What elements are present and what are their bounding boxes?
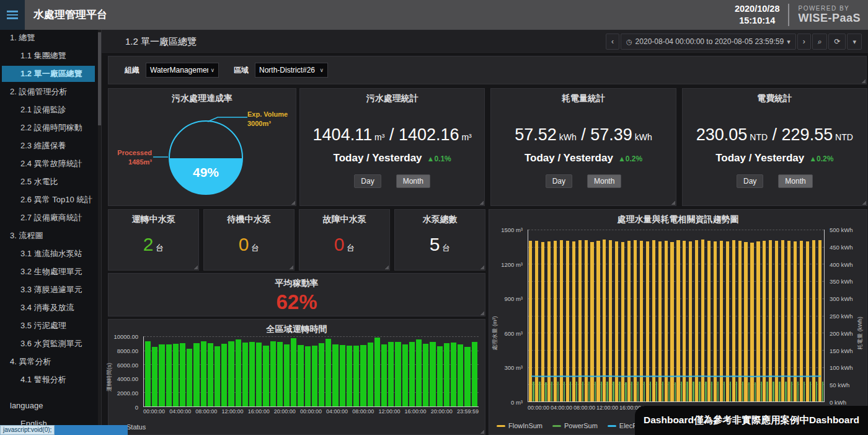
sidebar: 1. 總覽1.1 集團總覽1.2 單一廠區總覽2. 設備管理分析2.1 設備監診… xyxy=(0,30,102,435)
chevron-down-icon: ∨ xyxy=(319,67,324,73)
delta-badge: ▲0.1% xyxy=(427,155,451,163)
sidebar-item[interactable]: 1.2 單一廠區總覽 xyxy=(2,66,95,82)
status-bar xyxy=(326,339,331,406)
panel-title: 電費統計 xyxy=(683,89,867,104)
sidebar-language-label: language xyxy=(0,398,101,414)
status-bar xyxy=(409,342,415,406)
sidebar-scrollbar[interactable] xyxy=(98,30,101,435)
status-bar xyxy=(416,339,422,406)
status-bar xyxy=(388,342,394,406)
stat-card: 耗電量統計57.52 kWh / 57.39 kWhToday / Yester… xyxy=(490,88,676,206)
zoom-out-button[interactable]: ⌕ xyxy=(812,34,828,50)
browser-status-tooltip: javascript:void(0); xyxy=(0,425,128,435)
sidebar-item[interactable]: 1. 總覽 xyxy=(0,30,101,46)
refresh-interval-button[interactable]: ▾ xyxy=(847,34,862,50)
legend-item-flowinsum[interactable]: FlowInSum xyxy=(497,422,542,429)
status-bar xyxy=(444,343,450,406)
pump-unit: 台 xyxy=(156,243,164,253)
sidebar-item[interactable]: 2. 設備管理分析 xyxy=(0,84,101,100)
sidebar-item[interactable]: 2.3 維護保養 xyxy=(0,138,101,154)
pump-unit: 台 xyxy=(251,243,259,253)
sidebar-item[interactable]: 3.6 水質監測單元 xyxy=(0,336,101,352)
sidebar-item[interactable]: 2.5 水電比 xyxy=(0,174,101,190)
month-button[interactable]: Month xyxy=(396,174,430,188)
legend-swatch xyxy=(497,425,505,427)
region-select[interactable]: North-District#26 ∨ xyxy=(255,63,328,78)
y-tick: 500 kWh xyxy=(830,226,853,233)
status-bar xyxy=(312,346,317,406)
month-button[interactable]: Month xyxy=(587,174,621,188)
panel-title: 運轉中水泵 xyxy=(108,210,198,225)
status-bar xyxy=(430,342,435,406)
sidebar-item[interactable]: 3.5 污泥處理 xyxy=(0,318,101,334)
processed-volume-label: Processed xyxy=(111,148,152,158)
refresh-icon: ⟳ xyxy=(834,37,840,46)
status-bar xyxy=(305,346,311,406)
disclaimer-overlay: Dashboard僅為參考非實際應用案例中Dashboard xyxy=(635,406,868,435)
pump-count: 0 xyxy=(239,234,249,254)
status-bar xyxy=(166,344,172,406)
legend-swatch xyxy=(552,425,561,427)
y-tick: 900 m³ xyxy=(504,295,523,302)
expected-volume-value: 3000m³ xyxy=(247,119,288,128)
panel-title: 耗電量統計 xyxy=(491,89,675,104)
sidebar-item[interactable]: 2.6 異常 Top10 統計 xyxy=(0,192,101,208)
status-bar xyxy=(145,341,151,406)
status-bar xyxy=(159,344,164,406)
status-bar xyxy=(381,344,387,406)
sidebar-item[interactable]: 2.4 異常故障統計 xyxy=(0,156,101,172)
sidebar-item[interactable]: 2.7 設備廠商統計 xyxy=(0,210,101,226)
powered-by-text: POWERED BY xyxy=(798,5,861,12)
status-bar xyxy=(187,349,192,406)
sidebar-item[interactable]: 1.1 集團總覽 xyxy=(0,48,101,64)
time-range-button[interactable]: ◷ 2020-08-04 00:00:00 to 2020-08-05 23:5… xyxy=(621,34,796,50)
sidebar-item[interactable]: 3. 流程圖 xyxy=(0,228,101,244)
y-tick: 1500 m³ xyxy=(501,226,523,233)
day-button[interactable]: Day xyxy=(737,174,763,188)
org-select-value: WaterManagement xyxy=(150,66,208,74)
y-tick: 0 xyxy=(135,404,138,411)
pump-value: 0台 xyxy=(204,234,294,255)
hamburger-menu-button[interactable] xyxy=(0,0,25,30)
pump-value: 2台 xyxy=(108,234,198,255)
scrollbar-thumb[interactable] xyxy=(98,32,101,125)
x-axis-ticks: 00:00:0004:00:0008:00:0012:00:0016:00:00… xyxy=(143,408,479,416)
status-bar xyxy=(458,344,463,406)
x-tick: 12:00:00 xyxy=(378,408,400,416)
processed-volume-value: 1485m³ xyxy=(111,158,152,167)
stat-card: 電費統計230.05 NTD / 229.55 NTDToday / Yeste… xyxy=(682,88,867,206)
time-forward-button[interactable]: › xyxy=(797,34,811,50)
sidebar-item[interactable]: 3.4 消毒及放流 xyxy=(0,300,101,316)
org-select[interactable]: WaterManagement ∨ xyxy=(146,63,219,78)
sidebar-item[interactable]: 3.3 薄膜過濾單元 xyxy=(0,282,101,298)
day-button[interactable]: Day xyxy=(546,174,572,188)
legend-item-powersum[interactable]: PowerSum xyxy=(552,422,598,429)
today-value: 1404.11 xyxy=(313,125,373,144)
pump-card: 故障中水泵0台 xyxy=(299,209,390,271)
status-bar xyxy=(332,344,338,406)
sidebar-item[interactable]: 2.1 設備監診 xyxy=(0,102,101,118)
pump-unit: 台 xyxy=(442,243,450,253)
link-hint-text: javascript:void(0); xyxy=(0,425,55,435)
wise-paas-brand: WISE-PaaS xyxy=(798,12,861,25)
pump-count: 5 xyxy=(430,234,440,254)
pump-unit: 台 xyxy=(347,243,355,253)
day-button[interactable]: Day xyxy=(354,174,381,188)
sidebar-item[interactable]: 2.2 設備時間稼動 xyxy=(0,120,101,136)
status-bar xyxy=(236,339,241,406)
sidebar-item[interactable]: 4. 異常分析 xyxy=(0,354,101,370)
sidebar-item[interactable]: 4.1 警報分析 xyxy=(0,372,101,388)
dashboard-content: 1.2 單一廠區總覽 ‹ ◷ 2020-08-04 00:00:00 to 20… xyxy=(102,30,868,435)
refresh-button[interactable]: ⟳ xyxy=(828,34,846,50)
pump-count: 2 xyxy=(143,234,154,254)
today-unit: kWh xyxy=(557,132,577,142)
yesterday-value: 57.39 xyxy=(590,125,632,144)
right-y-axis-ticks: 500 kWh450 kWh400 kWh350 kWh300 kWh250 k… xyxy=(827,230,862,402)
month-button[interactable]: Month xyxy=(778,174,812,188)
status-bar xyxy=(291,338,296,406)
time-back-button[interactable]: ‹ xyxy=(606,34,619,50)
sidebar-item[interactable]: 3.1 進流抽水泵站 xyxy=(0,246,101,262)
sidebar-item[interactable]: 3.2 生物處理單元 xyxy=(0,264,101,280)
compare-label: Today / Yesterday xyxy=(525,152,613,164)
achievement-percent: 49% xyxy=(170,165,242,180)
